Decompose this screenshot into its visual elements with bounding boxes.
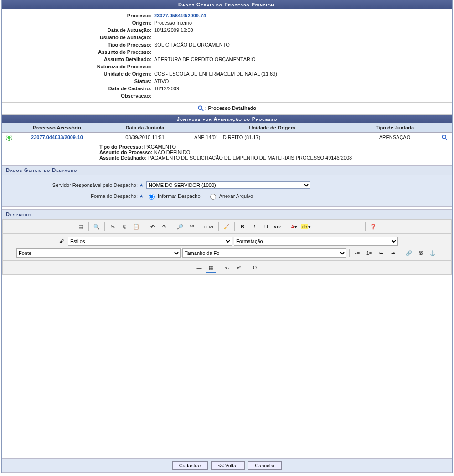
det-assunto-val: NÃO DEFINIDO <box>154 150 190 155</box>
value-status: ATIVO <box>154 78 449 84</box>
juntadas-header: Juntadas por Apensação do Processo <box>2 115 452 123</box>
label-assunto-detalhado: Assunto Detalhado: <box>5 57 154 62</box>
value-natureza <box>154 64 449 69</box>
value-data-cadastro: 18/12/2009 <box>154 86 449 91</box>
det-assunto-lbl: Assunto do Processo: <box>99 150 153 155</box>
radio-selected-icon[interactable] <box>6 135 12 141</box>
voltar-button[interactable]: << Voltar <box>211 461 245 470</box>
required-footnote: ★ Campos de preenchimento obrigatório. <box>0 473 454 476</box>
remove-format-icon[interactable]: 🧹 <box>222 222 232 232</box>
outdent-icon[interactable]: ⇤ <box>376 248 386 258</box>
col-unidade-origem: Unidade de Origem <box>192 123 352 133</box>
row-tipo: APENSAÇÃO <box>352 133 438 142</box>
despacho-form-title: Dados Gerais do Despacho <box>2 165 452 175</box>
magnifier-icon[interactable] <box>441 135 449 142</box>
format-painter-icon[interactable]: 🖌 <box>56 236 66 246</box>
main-header: Dados Gerais do Processo Principal <box>2 0 452 9</box>
preview-icon[interactable]: 🔍 <box>92 222 102 232</box>
label-natureza: Natureza do Processo: <box>5 64 154 69</box>
strike-icon[interactable]: ᴀʙᴄ <box>273 222 283 232</box>
label-data-cadastro: Data de Cadastro: <box>5 86 154 91</box>
value-unidade-origem: CCS - ESCOLA DE ENFERMAGEM DE NATAL (11.… <box>154 71 449 77</box>
det-tipo-lbl: Tipo do Processo: <box>99 144 143 150</box>
radio-informar[interactable]: Informar Despacho <box>146 192 201 200</box>
servidor-select[interactable]: NOME DO SERVIDOR (1000) <box>146 181 310 189</box>
required-star-icon: ★ <box>139 193 144 199</box>
text-color-icon[interactable]: A▾ <box>289 222 299 232</box>
col-tipo-juntada: Tipo de Juntada <box>352 123 438 133</box>
editor-textarea[interactable] <box>2 275 452 458</box>
html-icon[interactable]: HTML <box>203 222 216 232</box>
magnifier-icon <box>198 105 205 112</box>
align-right-icon[interactable]: ≡ <box>340 222 351 232</box>
radio-anexar-input[interactable] <box>210 194 216 200</box>
copy-icon[interactable]: ⎘ <box>119 222 129 232</box>
despacho-editor-title: Despacho <box>2 209 452 219</box>
font-size-select[interactable]: Tamanho da Fo <box>182 248 346 258</box>
editor-toolbar-row3: — ▦ x₂ x² Ω <box>2 260 452 275</box>
label-unidade-origem: Unidade de Origem: <box>5 71 154 77</box>
align-justify-icon[interactable]: ≡ <box>352 222 362 232</box>
superscript-icon[interactable]: x² <box>234 263 244 273</box>
find-icon[interactable]: 🔎 <box>175 222 185 232</box>
styles-select[interactable]: Estilos <box>68 237 232 246</box>
row-unidade: ANP 14/01 - DIREITO (81.17) <box>192 133 352 142</box>
table-row: 23077.044033/2009-10 08/09/2010 11:51 AN… <box>2 133 452 142</box>
paste-icon[interactable]: 📋 <box>131 222 141 232</box>
value-tipo-processo: SOLICITAÇÃO DE ORÇAMENTO <box>154 42 449 47</box>
link-icon[interactable]: 🔗 <box>404 248 414 258</box>
svg-line-3 <box>446 139 448 140</box>
label-data-autuacao: Data de Autuação: <box>5 27 154 33</box>
font-select[interactable]: Fonte <box>16 248 181 258</box>
italic-icon[interactable]: I <box>249 222 259 232</box>
row-data-juntada: 08/09/2010 11:51 <box>98 133 192 142</box>
radio-informar-input[interactable] <box>149 194 155 200</box>
processo-acessorio-link[interactable]: 23077.044033/2009-10 <box>16 133 98 163</box>
label-assunto: Assunto do Processo: <box>5 49 154 55</box>
label-processo: Processo: <box>5 13 154 18</box>
cancelar-button[interactable]: Cancelar <box>248 461 282 470</box>
underline-icon[interactable]: U <box>261 222 271 232</box>
svg-point-2 <box>442 135 446 139</box>
required-star-icon: ★ <box>139 182 144 188</box>
bg-color-icon[interactable]: ab▾ <box>301 222 311 232</box>
col-data-juntada: Data da Juntada <box>98 123 192 133</box>
label-status: Status: <box>5 78 154 84</box>
value-processo[interactable]: 23077.056419/2009-74 <box>154 13 449 18</box>
svg-point-0 <box>198 106 202 109</box>
replace-icon[interactable]: ᴬᴮ <box>187 222 197 232</box>
hr-icon[interactable]: — <box>194 263 204 273</box>
value-data-autuacao: 18/12/2009 12:00 <box>154 27 449 33</box>
table-icon[interactable]: ▦ <box>206 263 216 273</box>
label-tipo-processo: Tipo do Processo: <box>5 42 154 47</box>
svg-line-1 <box>202 109 204 111</box>
bullet-list-icon[interactable]: •≡ <box>352 248 362 258</box>
unlink-icon[interactable]: ⛓ <box>416 248 426 258</box>
label-origem: Origem: <box>5 20 154 26</box>
indent-icon[interactable]: ⇥ <box>388 248 398 258</box>
subscript-icon[interactable]: x₂ <box>222 263 232 273</box>
legend-bar: : Processo Detalhado <box>2 102 452 115</box>
help-icon[interactable]: ❓ <box>368 222 378 232</box>
redo-icon[interactable]: ↷ <box>159 222 169 232</box>
number-list-icon[interactable]: 1≡ <box>364 248 374 258</box>
format-select[interactable]: Formatação <box>234 237 398 246</box>
undo-icon[interactable]: ↶ <box>147 222 157 232</box>
editor-toolbar-row1: ▤ 🔍 ✂ ⎘ 📋 ↶ ↷ 🔎 ᴬᴮ HTML 🧹 B I U ᴀʙᴄ A▾ a… <box>2 219 452 234</box>
cadastrar-button[interactable]: Cadastrar <box>172 461 208 470</box>
bold-icon[interactable]: B <box>237 222 248 232</box>
radio-anexar[interactable]: Anexar Arquivo <box>208 192 253 200</box>
label-observacao: Observação: <box>5 93 154 98</box>
editor-toolbar-row2: 🖌 Estilos Formatação Fonte Tamanho da Fo… <box>2 234 452 260</box>
legend-text: : Processo Detalhado <box>205 105 256 111</box>
rich-text-editor: ▤ 🔍 ✂ ⎘ 📋 ↶ ↷ 🔎 ᴬᴮ HTML 🧹 B I U ᴀʙᴄ A▾ a… <box>2 219 452 458</box>
value-usuario-autuacao <box>154 35 449 40</box>
align-center-icon[interactable]: ≡ <box>329 222 339 232</box>
cut-icon[interactable]: ✂ <box>108 222 118 232</box>
value-observacao <box>154 93 449 98</box>
source-icon[interactable]: ▤ <box>76 222 86 232</box>
align-left-icon[interactable]: ≡ <box>317 222 327 232</box>
special-char-icon[interactable]: Ω <box>250 263 260 273</box>
anchor-icon[interactable]: ⚓ <box>428 248 438 258</box>
servidor-label: Servidor Responsável pelo Despacho: <box>52 182 138 188</box>
